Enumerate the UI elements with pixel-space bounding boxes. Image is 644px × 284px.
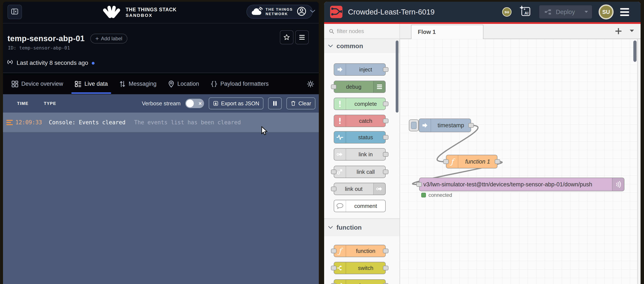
palette-section-common[interactable]: common (324, 39, 400, 53)
change-swap-icon (336, 282, 343, 284)
account-line2: NETWORK (266, 12, 293, 16)
account-line1: THE THINGS (266, 7, 293, 12)
active-tab-underline (71, 92, 112, 94)
sidebar-toggle-button[interactable] (8, 5, 22, 19)
node-port[interactable] (383, 283, 388, 284)
braces-icon (210, 81, 218, 87)
node-port[interactable] (468, 123, 474, 128)
inject-arrow-icon (422, 122, 428, 129)
node-link-call[interactable]: link call (334, 166, 386, 178)
user-avatar[interactable]: SU (599, 5, 613, 19)
node-red-header: Crowded-Least-Tern-6019 su AI Deploy (324, 2, 640, 22)
node-inject[interactable]: inject (334, 63, 386, 76)
node-port[interactable] (331, 283, 336, 284)
node-port[interactable] (383, 135, 388, 140)
node-port[interactable] (383, 67, 388, 72)
device-menu-button[interactable] (295, 30, 309, 44)
divider (3, 73, 319, 73)
toggle-off-icon: × (198, 100, 202, 107)
flow-list-caret[interactable] (629, 29, 635, 34)
clear-button[interactable]: Clear (286, 97, 316, 109)
node-port[interactable] (383, 249, 388, 253)
palette-filter[interactable]: filter nodes (324, 24, 400, 39)
node-palette: commonfunctioninjectdebugcompletecatchst… (324, 39, 400, 284)
node-debug[interactable]: debug (334, 81, 386, 93)
export-json-button[interactable]: Export as JSON (209, 97, 264, 109)
add-label-button[interactable]: +Add label (90, 34, 127, 44)
verbose-stream-label: Verbose stream (142, 100, 180, 107)
canvas-scrollbar[interactable] (633, 41, 636, 62)
node-port[interactable] (331, 187, 336, 191)
node-catch[interactable]: catch (334, 115, 386, 127)
exclaim-icon (337, 117, 343, 125)
device-title: temp-sensor-abp-01 (8, 34, 85, 43)
node-port[interactable] (383, 119, 388, 123)
tab-messaging[interactable]: Messaging (119, 74, 156, 94)
node-port[interactable] (383, 152, 388, 157)
svg-text:ƒ: ƒ (338, 247, 343, 255)
live-data-toolbar: TIME TYPE Verbose stream × Export as JSO… (3, 94, 319, 113)
chevron-down-icon (310, 10, 316, 14)
palette-section-function[interactable]: function (324, 218, 400, 236)
node-timestamp[interactable]: timestamp (419, 119, 471, 132)
verbose-stream-toggle[interactable]: × (185, 99, 204, 108)
mouse-cursor (261, 126, 269, 136)
node-change[interactable]: change (334, 279, 386, 284)
tab-location[interactable]: Location (168, 74, 199, 94)
deploy-button[interactable]: Deploy (539, 5, 592, 19)
chevron-down-icon (328, 226, 333, 229)
node-switch[interactable]: switch (334, 262, 386, 274)
tab-payload-formatters[interactable]: Payload formatters (210, 74, 269, 94)
event-row[interactable]: 12:09:33Console: Events clearedThe event… (3, 113, 319, 132)
flow-tab[interactable]: Flow 1 (411, 25, 484, 39)
pause-button[interactable] (268, 97, 282, 109)
broadcast-icon (615, 181, 622, 188)
filter-placeholder: filter nodes (337, 28, 364, 35)
event-stream-icon (6, 120, 13, 125)
ai-assistant-button[interactable]: AI (519, 5, 532, 19)
node-port[interactable] (495, 159, 500, 164)
switch-branch-icon (336, 264, 343, 271)
main-menu-button[interactable] (620, 8, 629, 16)
node-port[interactable] (331, 169, 336, 174)
node-port[interactable] (331, 249, 336, 253)
chevron-down-icon (328, 44, 333, 48)
trash-icon (291, 101, 296, 106)
node-link-in[interactable]: link in (334, 148, 386, 161)
node-function[interactable]: ƒfunction (334, 245, 386, 257)
node-port[interactable] (416, 182, 422, 187)
live-data-panel (3, 132, 319, 284)
ttn-header: THE THINGS STACK SANDBOX THE THINGS NETW… (3, 2, 319, 24)
favorite-button[interactable] (280, 30, 294, 44)
column-time: TIME (17, 101, 28, 106)
tab-device-overview[interactable]: Device overview (12, 74, 63, 94)
node-port[interactable] (443, 159, 449, 164)
event-time: 12:09:33 (15, 119, 42, 126)
tab-device-settings[interactable] (307, 74, 314, 94)
node-function-1[interactable]: ƒfunction 1 (446, 155, 498, 168)
node-comment[interactable]: comment (334, 200, 386, 212)
node-complete[interactable]: complete (334, 98, 386, 110)
node-port[interactable] (331, 84, 336, 89)
add-flow-button[interactable] (614, 27, 622, 36)
team-badge[interactable]: su (502, 7, 512, 17)
ttn-logo: THE THINGS STACK SANDBOX (103, 4, 176, 21)
svg-text:AI: AI (524, 11, 528, 15)
tab-live-data[interactable]: Live data (75, 74, 108, 94)
ttn-console-window: THE THINGS STACK SANDBOX THE THINGS NETW… (3, 2, 319, 284)
pulse-icon (336, 134, 344, 140)
flow-canvas[interactable] (400, 39, 637, 284)
inject-trigger-button[interactable] (409, 119, 419, 131)
palette-scrollbar[interactable] (396, 41, 398, 113)
ttn-fan-icon (103, 4, 122, 21)
node-port[interactable] (383, 102, 388, 106)
node-port[interactable] (383, 266, 388, 270)
inject-arrow-icon (337, 66, 343, 73)
deploy-options-caret[interactable] (580, 5, 592, 19)
node-v3-lwn-simulator-test-ttn-devices-temp-s[interactable]: v3/lwn-simulator-test@ttn/devices/temp-s… (419, 178, 624, 191)
node-port[interactable] (383, 169, 388, 174)
account-menu-button[interactable]: THE THINGS NETWORK (246, 5, 313, 19)
node-link-out[interactable]: link out (334, 183, 386, 195)
node-status[interactable]: status (334, 131, 386, 143)
node-port[interactable] (331, 266, 336, 270)
